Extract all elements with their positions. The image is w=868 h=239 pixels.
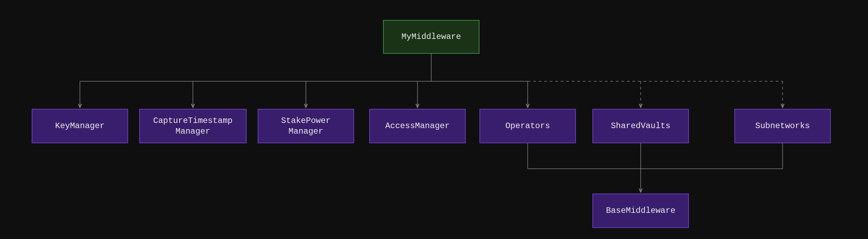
node-label: CaptureTimestamp Manager	[153, 115, 232, 137]
node-access-manager: AccessManager	[369, 109, 466, 143]
node-subnetworks: Subnetworks	[734, 109, 831, 143]
node-label: BaseMiddleware	[606, 205, 675, 216]
node-label: StakePower Manager	[281, 115, 331, 137]
node-label: AccessManager	[385, 121, 450, 131]
node-operators: Operators	[479, 109, 576, 143]
node-label: Subnetworks	[755, 121, 810, 131]
node-label: Operators	[505, 121, 550, 131]
node-label: KeyManager	[55, 121, 105, 131]
node-base-middleware: BaseMiddleware	[592, 194, 689, 228]
node-key-manager: KeyManager	[32, 109, 128, 143]
node-label: SharedVaults	[611, 121, 671, 131]
node-shared-vaults: SharedVaults	[592, 109, 689, 143]
node-stake-power-manager: StakePower Manager	[258, 109, 354, 143]
node-label: MyMiddleware	[402, 31, 461, 42]
node-my-middleware: MyMiddleware	[383, 20, 479, 54]
node-capture-timestamp-manager: CaptureTimestamp Manager	[139, 109, 247, 143]
